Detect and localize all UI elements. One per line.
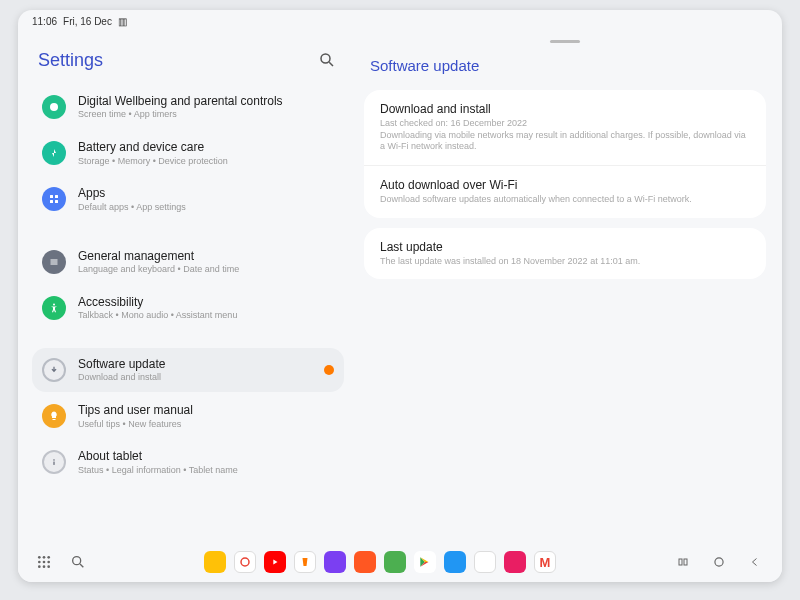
svg-point-23 <box>73 557 81 565</box>
item-subtitle: Default apps • App settings <box>78 202 334 213</box>
sidebar-item-tips[interactable]: Tips and user manual Useful tips • New f… <box>32 394 344 438</box>
item-subtitle: Download and install <box>78 372 312 383</box>
app-icon[interactable] <box>204 551 226 573</box>
app-icon[interactable] <box>384 551 406 573</box>
svg-point-16 <box>47 556 50 559</box>
app-icon[interactable] <box>234 551 256 573</box>
svg-rect-8 <box>51 261 58 262</box>
svg-point-14 <box>38 556 41 559</box>
item-title: Accessibility <box>78 295 334 309</box>
nav-back[interactable] <box>746 555 764 569</box>
search-button[interactable] <box>318 51 338 71</box>
item-subtitle: Talkback • Mono audio • Assistant menu <box>78 310 334 321</box>
download-install-item[interactable]: Download and install Last checked on: 16… <box>364 90 766 166</box>
sidebar-title: Settings <box>38 50 103 71</box>
ci-title: Auto download over Wi-Fi <box>380 178 750 192</box>
svg-point-15 <box>43 556 46 559</box>
app-icon[interactable] <box>324 551 346 573</box>
app-icon[interactable] <box>414 551 436 573</box>
svg-rect-26 <box>679 559 682 565</box>
svg-point-2 <box>50 103 58 111</box>
item-title: Battery and device care <box>78 140 334 154</box>
item-title: Tips and user manual <box>78 403 334 417</box>
svg-rect-4 <box>55 195 58 198</box>
finder-button[interactable] <box>70 554 86 570</box>
item-subtitle: Useful tips • New features <box>78 419 334 430</box>
ci-title: Download and install <box>380 102 750 116</box>
item-subtitle: Status • Legal information • Tablet name <box>78 465 334 476</box>
drag-handle[interactable] <box>550 40 580 43</box>
update-icon <box>42 358 66 382</box>
svg-rect-9 <box>51 263 58 264</box>
apps-icon <box>42 187 66 211</box>
item-title: Digital Wellbeing and parental controls <box>78 94 334 108</box>
svg-point-17 <box>38 561 41 564</box>
item-title: General management <box>78 249 334 263</box>
ci-title: Last update <box>380 240 750 254</box>
tips-icon <box>42 404 66 428</box>
app-icon[interactable] <box>354 551 376 573</box>
ci-sub: The last update was installed on 18 Nove… <box>380 256 750 268</box>
svg-rect-7 <box>51 259 58 260</box>
svg-point-20 <box>38 565 41 568</box>
sidebar-item-battery[interactable]: Battery and device care Storage • Memory… <box>32 131 344 175</box>
status-time: 11:06 <box>32 16 57 27</box>
svg-point-21 <box>43 565 46 568</box>
svg-point-12 <box>53 459 55 461</box>
item-title: Software update <box>78 357 312 371</box>
svg-point-28 <box>715 558 723 566</box>
sidebar-item-general[interactable]: General management Language and keyboard… <box>32 240 344 284</box>
svg-point-19 <box>47 561 50 564</box>
wellbeing-icon <box>42 95 66 119</box>
update-badge <box>324 365 334 375</box>
settings-sidebar: Settings Digital Wellbeing and parental … <box>18 32 358 542</box>
svg-rect-6 <box>55 200 58 203</box>
svg-line-24 <box>80 564 83 567</box>
ci-sub: Download software updates automatically … <box>380 194 750 206</box>
svg-point-18 <box>43 561 46 564</box>
svg-rect-13 <box>53 462 55 465</box>
ci-sub: Downloading via mobile networks may resu… <box>380 130 750 153</box>
nav-home[interactable] <box>710 555 728 569</box>
sidebar-item-accessibility[interactable]: Accessibility Talkback • Mono audio • As… <box>32 286 344 330</box>
svg-rect-3 <box>50 195 53 198</box>
app-drawer-button[interactable] <box>36 554 52 570</box>
sidebar-item-about[interactable]: About tablet Status • Legal information … <box>32 440 344 484</box>
item-title: About tablet <box>78 449 334 463</box>
svg-point-25 <box>241 558 249 566</box>
app-icon[interactable] <box>264 551 286 573</box>
svg-line-1 <box>329 62 333 66</box>
app-icon[interactable] <box>294 551 316 573</box>
svg-point-0 <box>321 54 330 63</box>
nav-recents[interactable] <box>674 555 692 569</box>
device-frame: 11:06 Fri, 16 Dec ▥ Settings Di <box>18 10 782 582</box>
app-icon[interactable] <box>504 551 526 573</box>
status-date: Fri, 16 Dec <box>63 16 112 27</box>
item-subtitle: Language and keyboard • Date and time <box>78 264 334 275</box>
item-subtitle: Storage • Memory • Device protection <box>78 156 334 167</box>
update-options-card: Download and install Last checked on: 16… <box>364 90 766 218</box>
svg-point-10 <box>53 303 55 305</box>
svg-rect-11 <box>53 419 56 420</box>
sidebar-item-software-update[interactable]: Software update Download and install <box>32 348 344 392</box>
last-update-card: Last update The last update was installe… <box>364 228 766 280</box>
item-title: Apps <box>78 186 334 200</box>
status-bar: 11:06 Fri, 16 Dec ▥ <box>18 10 782 32</box>
app-icon[interactable]: M <box>534 551 556 573</box>
sidebar-item-apps[interactable]: Apps Default apps • App settings <box>32 177 344 221</box>
last-update-item[interactable]: Last update The last update was installe… <box>364 228 766 280</box>
notification-icon: ▥ <box>118 16 127 27</box>
svg-point-22 <box>47 565 50 568</box>
sidebar-item-wellbeing[interactable]: Digital Wellbeing and parental controls … <box>32 85 344 129</box>
battery-icon <box>42 141 66 165</box>
app-icon[interactable] <box>474 551 496 573</box>
panel-title: Software update <box>364 53 766 90</box>
ci-sub: Last checked on: 16 December 2022 <box>380 118 750 130</box>
auto-download-item[interactable]: Auto download over Wi-Fi Download softwa… <box>364 166 766 218</box>
item-subtitle: Screen time • App timers <box>78 109 334 120</box>
app-icon[interactable] <box>444 551 466 573</box>
svg-rect-5 <box>50 200 53 203</box>
general-icon <box>42 250 66 274</box>
search-icon <box>318 51 336 69</box>
taskbar: M <box>18 542 782 582</box>
